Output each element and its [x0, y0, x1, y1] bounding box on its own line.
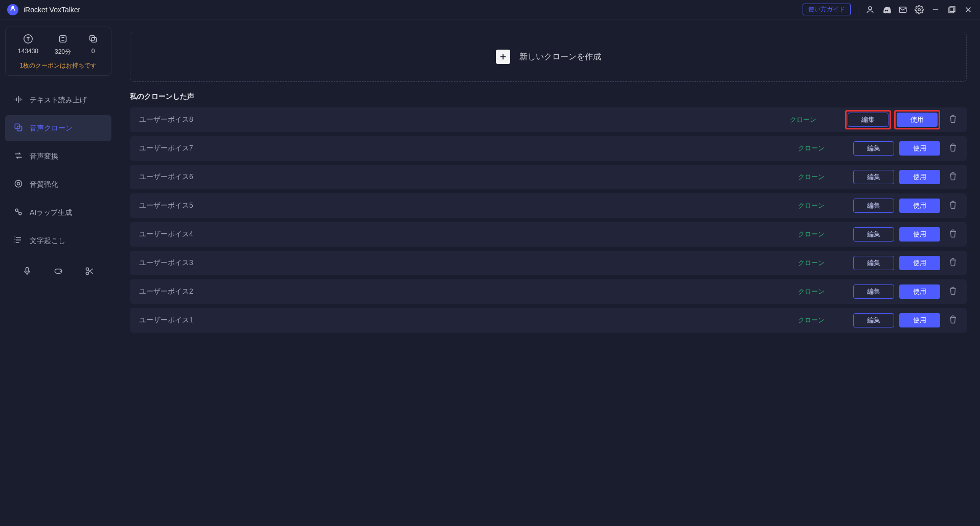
- svg-rect-6: [949, 8, 954, 13]
- user-icon[interactable]: [865, 5, 875, 14]
- use-button[interactable]: 使用: [899, 170, 940, 184]
- app-title: iRocket VoxTalker: [24, 6, 80, 14]
- trash-icon[interactable]: [948, 200, 958, 211]
- edit-button[interactable]: 編集: [848, 113, 888, 127]
- voice-name: ユーザーボイス6: [139, 172, 798, 182]
- credits-icon: [22, 33, 34, 45]
- svg-rect-10: [60, 36, 66, 42]
- trash-icon[interactable]: [948, 315, 958, 326]
- bottom-toolbar: [5, 266, 111, 278]
- nav-transcribe[interactable]: 文字起こし: [5, 228, 111, 254]
- convert-icon: [13, 150, 24, 162]
- trash-icon[interactable]: [948, 114, 958, 125]
- trash-icon[interactable]: [948, 171, 958, 183]
- svg-point-16: [17, 183, 20, 185]
- voice-row[interactable]: ユーザーボイス7クローン編集使用: [130, 136, 967, 161]
- voice-row[interactable]: ユーザーボイス2クローン編集使用: [130, 279, 967, 304]
- maximize-icon[interactable]: [947, 5, 956, 14]
- nav-tts[interactable]: テキスト読み上げ: [5, 87, 111, 113]
- cut-icon[interactable]: [84, 266, 95, 278]
- voice-status: クローン: [798, 230, 825, 239]
- edit-button[interactable]: 編集: [853, 313, 894, 327]
- nav-enhance-label: 音質强化: [30, 180, 58, 189]
- stat-credits[interactable]: 143430: [18, 33, 38, 56]
- nav-clone[interactable]: 音声クローン: [5, 115, 111, 141]
- voice-row[interactable]: ユーザーボイス6クローン編集使用: [130, 165, 967, 189]
- main-content: 新しいクローンを作成 私のクローンした声 ユーザーボイス8クローン編集使用ユーザ…: [117, 19, 980, 526]
- highlight-use: 使用: [894, 110, 940, 129]
- use-button[interactable]: 使用: [899, 256, 940, 270]
- edit-button[interactable]: 編集: [853, 199, 894, 213]
- nav-clone-label: 音声クローン: [30, 124, 73, 133]
- trash-icon[interactable]: [948, 286, 958, 297]
- app-logo: [7, 4, 18, 15]
- edit-button[interactable]: 編集: [853, 227, 894, 242]
- voice-status: クローン: [798, 316, 825, 325]
- loop-icon[interactable]: [53, 266, 63, 278]
- titlebar: iRocket VoxTalker 使い方ガイド: [0, 0, 980, 19]
- trash-icon[interactable]: [948, 143, 958, 154]
- nav-enhance[interactable]: 音質强化: [5, 171, 111, 198]
- airap-icon: [13, 207, 24, 218]
- highlight-edit: 編集: [845, 110, 891, 129]
- voice-row[interactable]: ユーザーボイス3クローン編集使用: [130, 251, 967, 275]
- use-button[interactable]: 使用: [899, 199, 940, 213]
- sidebar: 143430 320分 0 1枚のクーポンはお持ちです テキスト読み上げ: [0, 19, 117, 526]
- voice-list: ユーザーボイス8クローン編集使用ユーザーボイス7クローン編集使用ユーザーボイス6…: [130, 107, 967, 333]
- enhance-icon: [13, 179, 24, 190]
- voice-name: ユーザーボイス8: [139, 115, 790, 124]
- stat-zero[interactable]: 0: [87, 33, 99, 56]
- svg-point-1: [869, 7, 872, 10]
- voice-name: ユーザーボイス7: [139, 144, 798, 153]
- nav-airap[interactable]: AIラップ生成: [5, 200, 111, 226]
- stats-card: 143430 320分 0 1枚のクーポンはお持ちです: [5, 27, 111, 76]
- voice-status: クローン: [798, 144, 825, 153]
- use-button[interactable]: 使用: [899, 313, 940, 327]
- usage-guide-button[interactable]: 使い方ガイド: [803, 4, 851, 15]
- close-icon[interactable]: [964, 5, 973, 14]
- discord-icon[interactable]: [882, 5, 891, 14]
- use-button[interactable]: 使用: [897, 113, 938, 127]
- coupon-text[interactable]: 1枚のクーポンはお持ちです: [10, 61, 107, 70]
- trash-icon[interactable]: [948, 229, 958, 240]
- nav-convert[interactable]: 音声変換: [5, 143, 111, 169]
- tts-icon: [13, 94, 24, 106]
- minimize-icon[interactable]: [931, 5, 940, 14]
- stat-minutes[interactable]: 320分: [55, 33, 71, 56]
- voice-status: クローン: [790, 115, 816, 124]
- minutes-icon: [57, 33, 69, 45]
- svg-rect-5: [950, 7, 955, 12]
- voice-status: クローン: [798, 172, 825, 182]
- voice-name: ユーザーボイス2: [139, 287, 798, 296]
- trash-icon[interactable]: [948, 257, 958, 269]
- mic-icon[interactable]: [22, 266, 32, 278]
- edit-button[interactable]: 編集: [853, 284, 894, 299]
- create-clone-button[interactable]: 新しいクローンを作成: [130, 32, 967, 82]
- minutes-value: 320分: [55, 48, 71, 56]
- svg-point-3: [918, 8, 921, 11]
- voice-status: クローン: [798, 258, 825, 268]
- voice-name: ユーザーボイス1: [139, 316, 798, 325]
- use-button[interactable]: 使用: [899, 284, 940, 299]
- voice-row[interactable]: ユーザーボイス1クローン編集使用: [130, 308, 967, 333]
- use-button[interactable]: 使用: [899, 227, 940, 242]
- mail-icon[interactable]: [898, 5, 907, 14]
- credits-value: 143430: [18, 48, 38, 55]
- voice-status: クローン: [798, 287, 825, 296]
- nav: テキスト読み上げ 音声クローン 音声変換 音質强化 AIラップ生成 文字起こし: [5, 87, 111, 254]
- voice-row[interactable]: ユーザーボイス4クローン編集使用: [130, 222, 967, 247]
- section-title: 私のクローンした声: [130, 92, 967, 101]
- svg-rect-19: [26, 268, 28, 272]
- settings-icon[interactable]: [915, 5, 924, 14]
- nav-airap-label: AIラップ生成: [30, 208, 72, 217]
- nav-transcribe-label: 文字起こし: [30, 236, 65, 246]
- voice-name: ユーザーボイス5: [139, 201, 798, 210]
- edit-button[interactable]: 編集: [853, 170, 894, 184]
- edit-button[interactable]: 編集: [853, 141, 894, 156]
- voice-name: ユーザーボイス3: [139, 258, 798, 268]
- use-button[interactable]: 使用: [899, 141, 940, 156]
- voice-status: クローン: [798, 201, 825, 210]
- voice-row[interactable]: ユーザーボイス5クローン編集使用: [130, 193, 967, 218]
- voice-row[interactable]: ユーザーボイス8クローン編集使用: [130, 107, 967, 132]
- edit-button[interactable]: 編集: [853, 256, 894, 270]
